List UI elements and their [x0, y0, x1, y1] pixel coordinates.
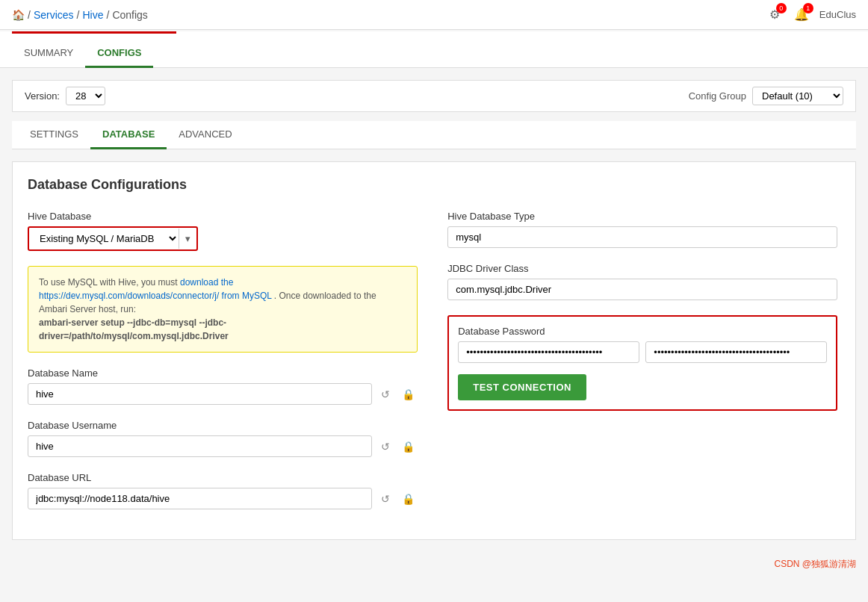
main-panel: Database Configurations Hive Database Ex… [12, 161, 856, 540]
db-password-section: Database Password TEST CONNECTION [447, 315, 837, 411]
user-name: EduClus [819, 9, 856, 20]
db-username-input[interactable] [28, 435, 372, 457]
jdbc-group: JDBC Driver Class [447, 263, 837, 300]
warning-command: ambari-server setup --jdbc-db=mysql --jd… [39, 317, 229, 341]
hive-db-group: Hive Database Existing MySQL / MariaDB N… [28, 211, 418, 251]
db-url-input[interactable] [28, 488, 372, 509]
db-password-input[interactable] [458, 341, 639, 363]
breadcrumb-hive[interactable]: Hive [82, 9, 103, 21]
red-bar [12, 31, 176, 34]
watermark-text: CSDN @独狐游清湖 [774, 559, 856, 569]
db-url-row: ↺ 🔒 [28, 488, 418, 509]
content-area: Version: 28 Config Group Default (10) SE… [0, 68, 868, 552]
db-password-label: Database Password [458, 326, 827, 337]
bell-badge: 1 [803, 3, 813, 13]
db-url-refresh-icon[interactable]: ↺ [378, 491, 393, 506]
sub-tab-database[interactable]: DATABASE [90, 121, 167, 149]
main-nav-tabs: SUMMARY CONFIGS [0, 40, 868, 68]
db-url-lock-icon[interactable]: 🔒 [399, 491, 418, 506]
db-username-group: Database Username ↺ 🔒 [28, 420, 418, 457]
sub-tabs: SETTINGS DATABASE ADVANCED [12, 121, 856, 149]
two-col-layout: Hive Database Existing MySQL / MariaDB N… [28, 211, 840, 524]
hive-db-label: Hive Database [28, 211, 418, 222]
col-right: Hive Database Type JDBC Driver Class Dat… [447, 211, 837, 524]
watermark: CSDN @独狐游清湖 [0, 552, 868, 577]
db-type-group: Hive Database Type [447, 211, 837, 248]
db-username-row: ↺ 🔒 [28, 435, 418, 457]
sub-tab-advanced[interactable]: ADVANCED [167, 121, 244, 149]
hive-db-select-wrapper: Existing MySQL / MariaDB New MySQL Datab… [28, 226, 198, 251]
db-username-label: Database Username [28, 420, 418, 431]
db-password-confirm-input[interactable] [645, 341, 827, 363]
panel-title: Database Configurations [28, 177, 840, 193]
jdbc-input[interactable] [447, 279, 837, 300]
db-name-row: ↺ 🔒 [28, 383, 418, 405]
db-url-group: Database URL ↺ 🔒 [28, 472, 418, 509]
breadcrumb-separator: / [77, 9, 80, 21]
version-label: Version: [25, 90, 60, 102]
breadcrumb: 🏠 / Services / Hive / Configs [12, 9, 148, 21]
test-connection-button[interactable]: TEST CONNECTION [458, 374, 586, 400]
breadcrumb-separator: / [106, 9, 109, 21]
db-name-refresh-icon[interactable]: ↺ [378, 387, 393, 402]
tab-configs[interactable]: CONFIGS [85, 40, 153, 68]
db-type-input[interactable] [447, 226, 837, 248]
gear-icon-btn[interactable]: ⚙ 0 [766, 6, 784, 24]
bell-icon-btn[interactable]: 🔔 1 [793, 6, 810, 24]
db-select-arrow-icon[interactable]: ▾ [179, 229, 196, 249]
config-group-label: Config Group [689, 90, 746, 102]
version-bar: Version: 28 Config Group Default (10) [12, 80, 856, 112]
red-bar-container [0, 31, 868, 40]
config-group-area: Config Group Default (10) [689, 87, 843, 105]
breadcrumb-separator: / [28, 9, 31, 21]
db-name-label: Database Name [28, 367, 418, 379]
config-group-dropdown[interactable]: Default (10) [752, 87, 843, 105]
db-type-label: Hive Database Type [447, 211, 837, 222]
db-username-lock-icon[interactable]: 🔒 [399, 439, 418, 454]
db-name-group: Database Name ↺ 🔒 [28, 367, 418, 405]
password-row [458, 341, 827, 363]
breadcrumb-configs: Configs [112, 9, 147, 21]
tab-summary[interactable]: SUMMARY [12, 40, 85, 68]
version-selector: Version: 28 [25, 87, 105, 105]
hive-db-select[interactable]: Existing MySQL / MariaDB New MySQL Datab… [29, 228, 179, 249]
db-name-input[interactable] [28, 383, 372, 405]
breadcrumb-services[interactable]: Services [34, 9, 74, 21]
warning-box: To use MySQL with Hive, you must downloa… [28, 266, 418, 353]
jdbc-label: JDBC Driver Class [447, 263, 837, 274]
gear-badge: 0 [776, 3, 787, 13]
version-dropdown[interactable]: 28 [66, 87, 105, 105]
home-icon[interactable]: 🏠 [12, 9, 25, 21]
sub-tab-settings[interactable]: SETTINGS [18, 121, 90, 149]
top-header: 🏠 / Services / Hive / Configs ⚙ 0 🔔 1 Ed… [0, 0, 868, 30]
db-username-refresh-icon[interactable]: ↺ [378, 439, 393, 454]
col-left: Hive Database Existing MySQL / MariaDB N… [28, 211, 418, 524]
header-right: ⚙ 0 🔔 1 EduClus [766, 6, 856, 24]
db-url-label: Database URL [28, 472, 418, 483]
db-name-lock-icon[interactable]: 🔒 [399, 387, 418, 402]
warning-text-before: To use MySQL with Hive, you must [39, 277, 180, 288]
